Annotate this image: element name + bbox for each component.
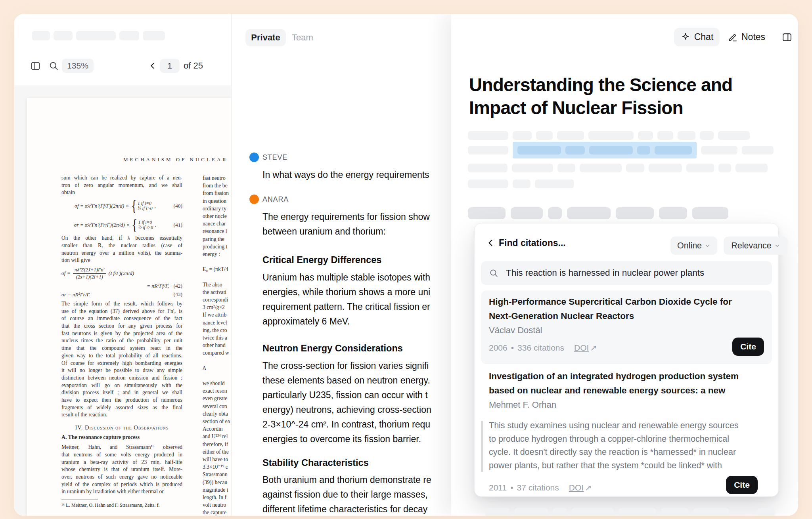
skeleton-pill	[557, 164, 575, 172]
highlighted-skeleton-pill	[565, 146, 585, 155]
tab-team[interactable]: Team	[292, 29, 313, 46]
assistant-name-label: ANARA	[262, 195, 289, 204]
paper-equation-42: σf = πλ²Σ(2J+1)Γn′(2s+1)(2i+1) (Γf/Γ)(2π…	[61, 264, 182, 283]
skeleton-pill	[119, 31, 139, 40]
pdf-viewer-area[interactable]: MECHANISM OF NUCLEAR sum which can be re…	[14, 86, 231, 516]
skeleton-pill	[553, 508, 567, 516]
pencil-icon	[728, 32, 738, 42]
doc-skeleton-row	[757, 508, 775, 516]
chat-button-label: Chat	[694, 32, 714, 42]
skeleton-pill	[657, 131, 673, 140]
chevron-left-icon	[148, 61, 157, 70]
page-number-input[interactable]: 1	[160, 59, 180, 73]
skeleton-pill	[619, 508, 656, 516]
skeleton-chip	[511, 207, 543, 219]
paper-equation-42-result: = πR²Γf/Γ, (42)	[61, 283, 182, 292]
paper-paragraph: On the other hand, if λ becomes essentia…	[61, 235, 182, 264]
source-filter-dropdown[interactable]: Online	[670, 237, 717, 255]
user-avatar-dot	[249, 153, 259, 162]
user-message: In what ways do the energy requirements	[262, 168, 452, 182]
skeleton-pill	[718, 164, 731, 172]
doc-skeleton-row	[468, 164, 768, 172]
highlighted-skeleton-pill	[589, 146, 633, 155]
skeleton-chip	[692, 207, 728, 219]
columns-icon	[781, 32, 793, 43]
sparkle-icon	[680, 32, 691, 42]
pdf-search-button[interactable]	[47, 59, 60, 72]
doc-skeleton-row	[486, 508, 729, 516]
skeleton-pill	[649, 164, 682, 172]
citation-search-input[interactable]	[505, 267, 760, 279]
skeleton-pill	[468, 164, 508, 172]
citation-count: 336 citations	[517, 343, 564, 353]
citation-year: 2006	[489, 343, 508, 353]
external-link-icon: ↗	[585, 483, 592, 492]
chat-section-heading: Stability Characteristics	[262, 458, 369, 468]
chevron-left-icon	[486, 238, 496, 248]
sidebar-icon	[30, 61, 41, 71]
citation-count: 37 citations	[517, 483, 559, 492]
user-name-label: STEVE	[262, 153, 287, 162]
skeleton-pill	[512, 164, 553, 172]
cite-button[interactable]: Cite	[732, 338, 764, 356]
skeleton-pill	[513, 131, 532, 140]
doc-skeleton-chip-row	[468, 207, 728, 219]
doc-skeleton-row	[468, 131, 750, 140]
skeleton-chip	[659, 207, 687, 219]
citation-meta: 2011 • 37 citations DOI↗	[489, 483, 592, 492]
paper-paragraph: The simple form of the result, which fol…	[61, 300, 182, 419]
zoom-level-control[interactable]: 135%	[62, 59, 94, 73]
doi-link[interactable]: DOI	[569, 483, 584, 492]
prev-page-button[interactable]	[147, 60, 158, 71]
text-highlight[interactable]	[513, 142, 697, 158]
search-icon	[489, 268, 499, 278]
popup-back-button[interactable]	[485, 237, 497, 249]
pdf-breadcrumb-skeleton	[32, 31, 165, 40]
doc-skeleton-row	[468, 146, 774, 155]
split-view-button[interactable]	[780, 31, 794, 44]
notes-button[interactable]: Notes	[728, 28, 765, 46]
paper-right-column: fast neutrofrom the befrom fissionin que…	[203, 174, 231, 516]
citation-search-field[interactable]	[481, 261, 772, 285]
doi-link[interactable]: DOI	[574, 343, 589, 353]
citation-meta: 2006 • 336 citations DOI↗	[489, 343, 597, 353]
cite-button[interactable]: Cite	[726, 476, 758, 494]
paper-subsection-heading: A. The resonance capture process	[61, 434, 182, 441]
skeleton-pill	[700, 131, 714, 140]
skeleton-pill	[76, 31, 116, 40]
assistant-message-intro: The energy requirements for fission show…	[262, 210, 452, 239]
citation-result-card[interactable]: High-Performance Supercritical Carbon Di…	[481, 290, 772, 364]
skeleton-pill	[693, 508, 729, 516]
paper-paragraph: Meitner, Hahn, and Strassmann¹⁶ observed…	[61, 444, 182, 496]
skeleton-pill	[686, 164, 714, 172]
skeleton-pill	[701, 146, 737, 155]
highlighted-skeleton-pill	[637, 146, 650, 155]
skeleton-pill	[486, 508, 509, 516]
sidebar-toggle-button[interactable]	[29, 59, 42, 72]
doc-skeleton-row	[468, 179, 574, 188]
tab-private[interactable]: Private	[245, 29, 286, 46]
find-citations-popup: Find citations... Online Relevance	[474, 223, 779, 497]
sort-dropdown[interactable]: Relevance	[724, 237, 788, 255]
chat-button[interactable]: Chat	[674, 28, 720, 46]
citation-year: 2011	[489, 483, 507, 492]
popup-title: Find citations...	[499, 238, 566, 248]
highlighted-skeleton-pill	[517, 146, 561, 155]
paper-equation-41: σr = πλ²Γn′(Γr/Γ)(2π/d) × { 1 if i=0½ if…	[61, 216, 182, 235]
paper-section-heading: IV. Discussion of the Observations	[61, 424, 182, 431]
skeleton-pill	[535, 179, 574, 188]
highlighted-skeleton-pill	[655, 146, 692, 155]
external-link-icon: ↗	[590, 343, 597, 353]
skeleton-chip	[468, 207, 506, 219]
document-title: Understanding the Science and Impact of …	[469, 73, 732, 119]
skeleton-pill	[32, 31, 50, 40]
skeleton-pill	[742, 146, 774, 155]
skeleton-chip	[548, 207, 562, 219]
skeleton-pill	[468, 131, 508, 140]
skeleton-pill	[143, 31, 165, 40]
notes-button-label: Notes	[741, 32, 765, 42]
skeleton-pill	[468, 179, 508, 188]
document-panel: Chat Notes Understanding the Science and…	[451, 14, 798, 516]
citation-title: High-Performance Supercritical Carbon Di…	[489, 295, 764, 309]
skeleton-pill	[580, 164, 622, 172]
